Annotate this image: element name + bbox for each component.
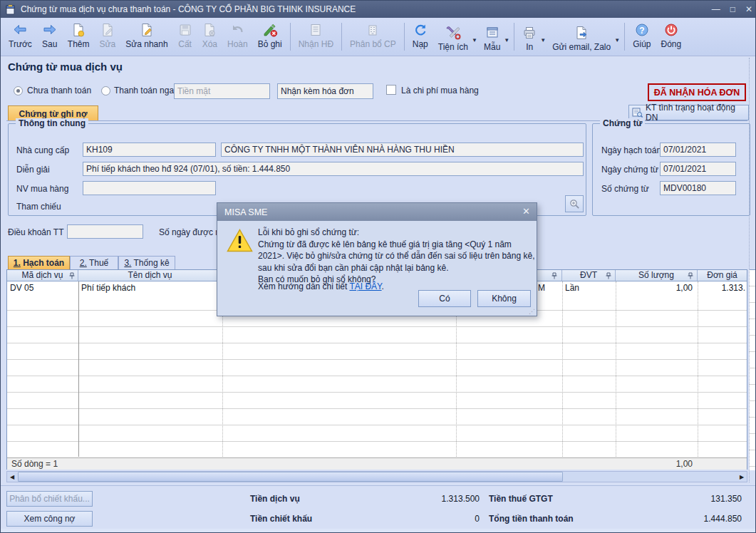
chevron-down-icon[interactable]: ▼ bbox=[614, 37, 620, 43]
main-toolbar: Trước Sau Thêm Sửa Sửa nhanh Cất Xóa Ho bbox=[1, 18, 756, 56]
table-cell-unit-price[interactable]: 1.313. bbox=[698, 281, 747, 294]
minimize-button[interactable]: — bbox=[712, 4, 720, 14]
radio-unpaid[interactable] bbox=[14, 86, 23, 95]
column-divider bbox=[562, 281, 563, 457]
dialog-no-button[interactable]: Không bbox=[477, 290, 531, 307]
vat-amount-value: 131.350 bbox=[662, 494, 742, 504]
toolbar-separator bbox=[341, 23, 342, 51]
right-guide-line bbox=[749, 58, 750, 482]
tab-accounting[interactable]: 1. Hạch toán bbox=[8, 256, 70, 269]
table-cell-service-name[interactable]: Phí tiếp khách bbox=[78, 281, 222, 294]
radio-unpaid-label: Chưa thanh toán bbox=[27, 86, 91, 95]
reference-label: Tham chiếu bbox=[16, 202, 61, 212]
general-info-legend: Thông tin chung bbox=[16, 118, 88, 128]
dialog-resize-grip[interactable]: ⋰ bbox=[529, 309, 535, 314]
column-header-quantity[interactable]: Số lượng bbox=[616, 270, 698, 281]
column-header-service-code[interactable]: Mã dịch vụ bbox=[7, 270, 78, 281]
doc-date-input[interactable]: 07/01/2021 bbox=[660, 162, 736, 176]
toolbar-previous[interactable]: Trước bbox=[4, 18, 37, 56]
toolbar-reload[interactable]: Nạp bbox=[408, 18, 433, 56]
buyer-input[interactable] bbox=[83, 181, 216, 195]
doc-date-label: Ngày chứng từ bbox=[601, 165, 658, 175]
dialog-here-link[interactable]: TẠI ĐÂY bbox=[349, 281, 381, 291]
footer-divider bbox=[1, 485, 756, 486]
doc-no-input[interactable]: MDV00180 bbox=[660, 181, 736, 195]
toolbar-send-email[interactable]: Gửi email, Zalo bbox=[547, 21, 616, 53]
dialog-yes-button[interactable]: Có bbox=[418, 290, 471, 307]
toolbar-separator bbox=[290, 23, 291, 51]
scroll-left-arrow[interactable]: ◀ bbox=[7, 472, 17, 482]
toolbar-separator bbox=[624, 23, 625, 51]
arrow-left-icon bbox=[12, 21, 28, 38]
description-label: Diễn giải bbox=[16, 165, 50, 175]
check-business-status-label: KT tình trạng hoạt động DN bbox=[646, 103, 748, 123]
dialog-title-bar[interactable]: MISA SME ✕ bbox=[217, 203, 537, 221]
toolbar-delete: Xóa bbox=[197, 18, 222, 56]
column-header-unit[interactable]: ĐVT bbox=[562, 270, 616, 281]
scrollbar-thumb[interactable] bbox=[18, 472, 563, 482]
page-title: Chứng từ mua dịch vụ bbox=[8, 61, 123, 73]
invoice-icon bbox=[309, 21, 323, 38]
app-window: Chứng từ mua dịch vụ chưa thanh toán - C… bbox=[0, 0, 756, 533]
posting-date-input[interactable]: 07/01/2021 bbox=[660, 143, 736, 157]
column-header-unit-price[interactable]: Đơn giá bbox=[698, 270, 747, 281]
toolbar-utilities[interactable]: Tiện ích bbox=[433, 21, 473, 53]
toolbar-quick-edit[interactable]: Sửa nhanh bbox=[120, 18, 172, 56]
toolbar-separator bbox=[514, 23, 514, 51]
power-icon bbox=[664, 21, 678, 38]
horizontal-scrollbar[interactable]: ◀ ▶ bbox=[6, 471, 747, 482]
magnifier-icon bbox=[569, 199, 580, 209]
window-title: Chứng từ mua dịch vụ chưa thanh toán - C… bbox=[21, 4, 356, 14]
dialog-link-suffix: . bbox=[382, 281, 384, 291]
bottom-strip bbox=[1, 529, 756, 533]
empty-rows-area bbox=[7, 294, 747, 457]
radio-pay-now[interactable] bbox=[101, 86, 110, 95]
table-cell-quantity[interactable]: 1,00 bbox=[616, 281, 698, 294]
toolbar-help[interactable]: ? Giúp bbox=[628, 18, 656, 56]
supplier-name-input[interactable]: CÔNG TY TNHH MỘT THÀNH VIÊN NHÀ HÀNG THU… bbox=[221, 143, 584, 157]
quantity-total: 1,00 bbox=[616, 458, 693, 470]
chevron-down-icon[interactable]: ▼ bbox=[540, 37, 546, 43]
toolbar-allocate-cost: Phân bổ CP bbox=[345, 18, 401, 56]
toolbar-print[interactable]: In bbox=[517, 21, 542, 53]
reference-zoom-button[interactable] bbox=[565, 195, 584, 212]
description-input[interactable]: Phí tiếp khách theo hđ 924 (07/01), số t… bbox=[83, 162, 584, 176]
view-debt-button[interactable]: Xem công nợ bbox=[6, 511, 93, 527]
column-header-service-name[interactable]: Tên dịch vụ bbox=[78, 270, 222, 281]
unpost-pencil-icon bbox=[262, 21, 278, 38]
warning-icon bbox=[227, 229, 253, 254]
scroll-right-arrow[interactable]: ▶ bbox=[737, 472, 747, 482]
app-icon bbox=[5, 4, 16, 15]
table-overflow-sliver bbox=[749, 269, 756, 470]
check-business-status-button[interactable]: KT tình trạng hoạt động DN bbox=[628, 105, 749, 120]
purchase-cost-checkbox[interactable] bbox=[386, 85, 396, 95]
chevron-down-icon[interactable]: ▼ bbox=[472, 37, 477, 43]
refresh-icon bbox=[413, 21, 428, 38]
send-document-icon bbox=[574, 24, 589, 41]
invoice-mode-select[interactable]: Nhận kèm hóa đơn bbox=[277, 83, 373, 99]
close-button[interactable]: ✕ bbox=[745, 4, 752, 14]
arrow-right-icon bbox=[42, 21, 58, 38]
payment-term-input[interactable] bbox=[67, 224, 143, 239]
service-amount-value: 1.313.500 bbox=[400, 494, 480, 504]
toolbar-close[interactable]: Đóng bbox=[656, 18, 687, 56]
total-amount-value: 1.444.850 bbox=[662, 514, 742, 524]
chevron-down-icon[interactable]: ▼ bbox=[504, 37, 509, 43]
pin-icon bbox=[688, 272, 694, 279]
table-cell-unit[interactable]: Lần bbox=[562, 281, 616, 294]
buyer-label: NV mua hàng bbox=[16, 184, 68, 194]
toolbar-next[interactable]: Sau bbox=[37, 18, 63, 56]
toolbar-add[interactable]: Thêm bbox=[63, 18, 95, 56]
tab-statistics[interactable]: 3. Thống kê bbox=[118, 256, 175, 269]
maximize-button[interactable]: □ bbox=[730, 4, 735, 14]
dialog-close-icon[interactable]: ✕ bbox=[522, 206, 530, 217]
cash-input[interactable]: Tiền mặt bbox=[174, 83, 270, 99]
toolbar-unpost[interactable]: Bỏ ghi bbox=[253, 18, 287, 56]
table-cell-service-code[interactable]: DV 05 bbox=[7, 281, 78, 294]
pin-icon bbox=[69, 272, 76, 279]
toolbar-separator bbox=[404, 23, 405, 51]
supplier-code-input[interactable]: KH109 bbox=[83, 143, 216, 157]
tab-tax[interactable]: 2. Thuế bbox=[70, 256, 118, 269]
toolbar-templates[interactable]: Mẫu bbox=[479, 21, 505, 53]
toolbar-print-group: In ▼ bbox=[517, 18, 547, 56]
